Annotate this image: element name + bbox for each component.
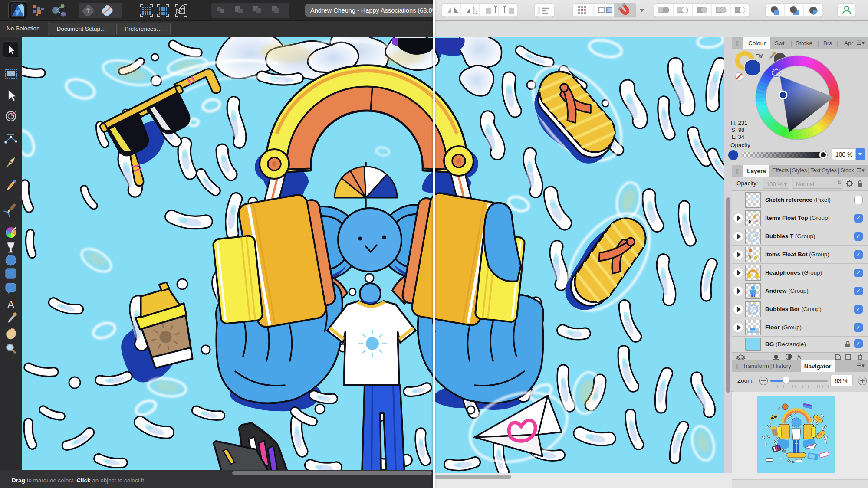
svg-text:fx: fx — [797, 354, 802, 360]
svg-text:A: A — [7, 298, 14, 310]
